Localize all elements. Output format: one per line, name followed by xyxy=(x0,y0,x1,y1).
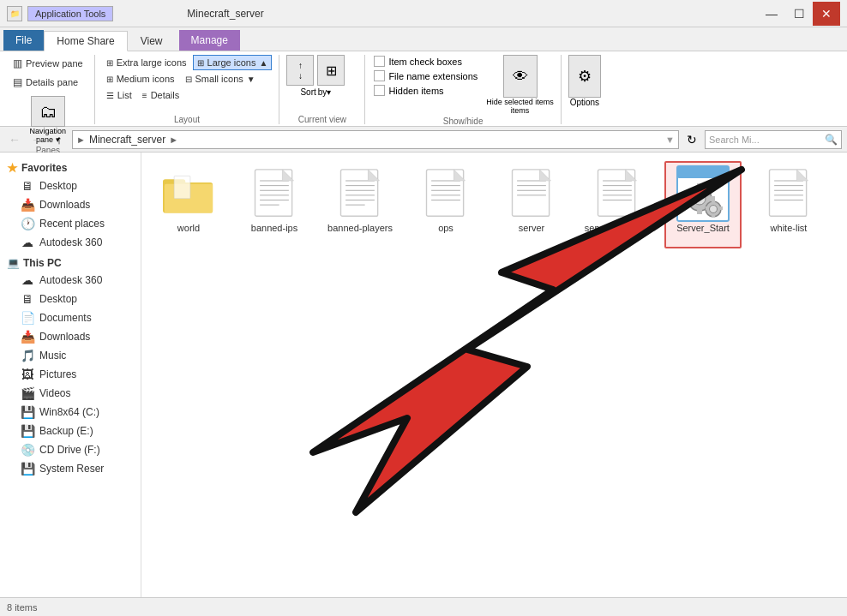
svg-rect-58 xyxy=(706,206,709,210)
sidebar-item-music[interactable]: 🎵 Music xyxy=(0,346,141,365)
sidebar-item-autodesk-fav[interactable]: ☁ Autodesk 360 xyxy=(0,233,141,252)
sidebar-item-videos[interactable]: 🎬 Videos xyxy=(0,384,141,403)
close-button[interactable]: ✕ xyxy=(813,2,840,26)
svg-rect-54 xyxy=(684,196,688,201)
item-check-boxes-checkbox[interactable] xyxy=(374,56,385,67)
ops-label: ops xyxy=(438,223,454,233)
tab-home[interactable]: Home Share xyxy=(44,31,127,51)
ribbon: ▥ Preview pane ▤ Details pane 🗂 Navigati… xyxy=(0,51,847,127)
preview-pane-button[interactable]: ▥ Preview pane xyxy=(9,55,87,72)
options-button-label: Options xyxy=(570,98,599,107)
file-world[interactable]: world xyxy=(150,161,227,248)
favorites-section[interactable]: ★ Favorites xyxy=(0,156,141,176)
tab-view[interactable]: View xyxy=(128,30,176,51)
file-name-extensions-checkbox[interactable] xyxy=(374,70,385,81)
back-button[interactable]: ← xyxy=(5,130,24,149)
tab-manage[interactable]: Manage xyxy=(179,30,240,51)
show-hide-content: Item check boxes File name extensions Hi… xyxy=(372,55,554,115)
sidebar-item-pictures[interactable]: 🖼 Pictures xyxy=(0,365,141,384)
details-pane-button[interactable]: ▤ Details pane xyxy=(9,74,87,91)
search-placeholder: Search Mi... xyxy=(709,135,760,145)
sidebar-item-desktop-pc[interactable]: 🖥 Desktop xyxy=(0,290,141,308)
desktop-pc-icon: 🖥 xyxy=(21,292,34,306)
breadcrumb-minecraft-server[interactable]: Minecraft_server xyxy=(89,134,165,146)
forward-button[interactable]: → xyxy=(27,130,46,149)
maximize-button[interactable]: ☐ xyxy=(785,2,813,26)
breadcrumb-end-arrow: ► xyxy=(169,135,178,145)
file-area: world banned-ips xyxy=(141,153,847,597)
file-server[interactable]: server xyxy=(493,161,570,248)
sidebar: ★ Favorites 🖥 Desktop 📥 Downloads 🕐 Rece… xyxy=(0,153,141,597)
items-count: 8 items xyxy=(7,602,37,613)
sidebar-item-f-drive[interactable]: 💿 CD Drive (F:) xyxy=(0,440,141,459)
c-drive-icon: 💾 xyxy=(21,405,34,419)
sidebar-item-downloads-pc[interactable]: 📥 Downloads xyxy=(0,327,141,346)
address-bar[interactable]: ► Minecraft_server ► ▼ xyxy=(72,130,679,149)
item-check-boxes-toggle[interactable]: Item check boxes xyxy=(372,55,479,68)
file-server-start[interactable]: Server_Start xyxy=(664,161,742,248)
world-folder-svg xyxy=(163,172,214,215)
ribbon-tabs: File Home Share View Manage xyxy=(0,27,847,51)
white-list-svg xyxy=(766,168,811,219)
ribbon-layout-section: ⊞ Extra large icons ⊞ Large icons ▲ ⊞ Me… xyxy=(95,55,280,124)
list-view-button[interactable]: ☰ List xyxy=(102,87,136,103)
e-drive-icon: 💾 xyxy=(21,424,34,438)
file-ops[interactable]: ops xyxy=(407,161,484,248)
desktop-fav-icon: 🖥 xyxy=(21,179,34,193)
svg-rect-59 xyxy=(719,206,723,210)
search-box[interactable]: Search Mi... 🔍 xyxy=(705,130,842,149)
window-title: Minecraft_server xyxy=(187,8,263,20)
thispc-section[interactable]: 💻 This PC xyxy=(0,252,141,271)
ribbon-panes-section: ▥ Preview pane ▤ Details pane 🗂 Navigati… xyxy=(2,55,95,124)
f-drive-icon: 💿 xyxy=(21,443,34,457)
sidebar-item-e-drive[interactable]: 💾 Backup (E:) xyxy=(0,422,141,440)
white-list-label: white-list xyxy=(771,223,808,233)
sidebar-item-c-drive[interactable]: 💾 Win8x64 (C:) xyxy=(0,403,141,422)
sidebar-item-system-reserved[interactable]: 💾 System Reser xyxy=(0,459,141,478)
ops-icon xyxy=(418,166,473,221)
file-name-extensions-toggle[interactable]: File name extensions xyxy=(372,69,479,82)
hidden-items-checkbox[interactable] xyxy=(374,85,385,96)
ribbon-options-section: ⚙ Options xyxy=(562,55,608,124)
server-label: server xyxy=(519,223,545,233)
hidden-items-toggle[interactable]: Hidden items xyxy=(372,84,479,97)
current-view-content: ↑ ↓ ⊞ Sort by▾ xyxy=(286,55,345,113)
window-icon: 📁 xyxy=(7,6,22,21)
file-white-list[interactable]: white-list xyxy=(750,161,827,248)
app-tools-label: Application Tools xyxy=(27,6,113,21)
extra-large-icons-button[interactable]: ⊞ Extra large icons xyxy=(102,55,191,70)
white-list-icon xyxy=(761,166,816,221)
svg-rect-56 xyxy=(712,199,715,202)
banned-players-svg xyxy=(338,168,382,219)
server-svg xyxy=(509,168,554,219)
server-start-icon xyxy=(676,166,730,221)
banned-ips-label: banned-ips xyxy=(251,223,297,233)
options-content: ⚙ Options xyxy=(568,55,601,123)
large-icons-button[interactable]: ⊞ Large icons ▲ xyxy=(193,55,273,70)
minimize-button[interactable]: — xyxy=(758,2,785,26)
world-folder-icon xyxy=(161,166,216,221)
sidebar-item-recent-places[interactable]: 🕐 Recent places xyxy=(0,214,141,233)
server-start-svg xyxy=(676,163,730,224)
sidebar-item-downloads-fav[interactable]: 📥 Downloads xyxy=(0,195,141,214)
svg-rect-47 xyxy=(677,166,729,178)
layout-label: Layout xyxy=(102,115,273,124)
file-banned-players[interactable]: banned-players xyxy=(321,161,399,248)
details-view-button[interactable]: ≡ Details xyxy=(138,87,183,103)
up-button[interactable]: ↑ xyxy=(50,130,69,149)
tab-file[interactable]: File xyxy=(3,30,44,51)
sidebar-item-desktop-fav[interactable]: 🖥 Desktop xyxy=(0,176,141,195)
medium-icons-button[interactable]: ⊞ Medium icons xyxy=(102,71,179,87)
server-properties-svg xyxy=(595,168,640,219)
sidebar-item-autodesk-pc[interactable]: ☁ Autodesk 360 xyxy=(0,271,141,290)
banned-ips-svg xyxy=(252,168,297,219)
file-banned-ips[interactable]: banned-ips xyxy=(236,161,313,248)
ops-svg xyxy=(424,168,468,219)
title-bar: 📁 Application Tools Minecraft_server — ☐… xyxy=(0,0,847,27)
refresh-button[interactable]: ↻ xyxy=(682,130,701,149)
small-icons-button[interactable]: ⊟ Small icons ▼ xyxy=(181,71,260,87)
documents-icon: 📄 xyxy=(21,311,34,325)
sidebar-item-documents[interactable]: 📄 Documents xyxy=(0,308,141,327)
file-server-properties[interactable]: server.properties xyxy=(579,161,656,248)
server-properties-label: server.properties xyxy=(584,223,651,243)
